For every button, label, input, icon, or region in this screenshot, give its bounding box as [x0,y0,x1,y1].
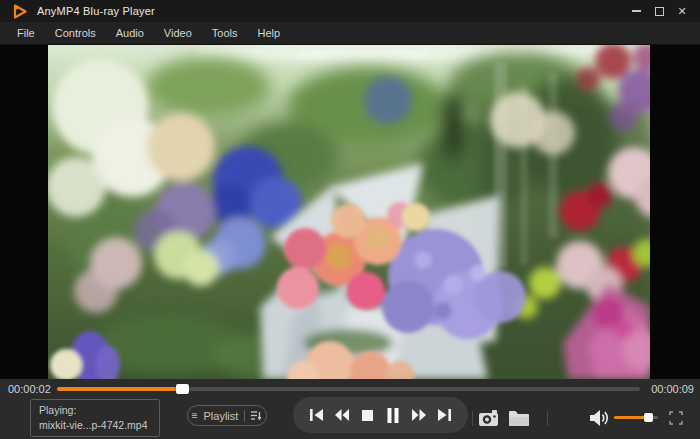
menu-tools[interactable]: Tools [209,25,241,41]
playlist-button[interactable]: ≡ Playlist [187,405,267,426]
menu-help[interactable]: Help [254,25,283,41]
remaining-time: 00:00:09 [651,383,694,395]
menu-file[interactable]: File [14,25,38,41]
divider [547,411,548,426]
volume-handle[interactable] [644,413,653,422]
video-frame[interactable] [48,45,650,379]
mute-button[interactable] [589,407,613,429]
fullscreen-icon [668,410,684,426]
app-logo-icon [12,4,28,19]
divider [472,411,473,426]
playlist-label: Playlist [204,410,239,422]
close-button[interactable]: ✕ [674,3,690,19]
elapsed-time: 00:00:02 [8,383,51,395]
camera-icon [479,410,500,426]
pause-button[interactable] [383,407,403,423]
menu-audio[interactable]: Audio [113,25,147,41]
app-title: AnyMP4 Blu-ray Player [37,5,155,17]
progress-row: 00:00:02 00:00:09 [0,379,700,399]
video-region [0,45,700,379]
speaker-icon [590,410,612,426]
menu-controls[interactable]: Controls [52,25,99,41]
volume-fill [614,416,648,419]
maximize-button[interactable] [651,3,667,19]
volume-slider[interactable] [614,416,658,419]
minimize-button[interactable] [628,3,644,19]
seek-handle[interactable] [176,384,189,394]
menu-video[interactable]: Video [161,25,195,41]
seek-bar[interactable] [57,387,640,391]
control-bar: Playing: mixkit-vie...p-4742.mp4 ≡ Playl… [0,399,700,439]
previous-button[interactable] [307,407,327,423]
open-file-button[interactable] [507,407,531,429]
snapshot-button[interactable] [477,407,501,429]
fast-forward-button[interactable] [409,407,429,423]
now-playing-label: Playing: [39,403,151,418]
now-playing-filename: mixkit-vie...p-4742.mp4 [39,418,151,433]
title-bar: AnyMP4 Blu-ray Player ✕ [0,0,700,22]
stop-button[interactable] [358,407,378,423]
playlist-menu-icon: ≡ [192,411,198,421]
flower-scene [48,45,650,379]
menu-bar: File Controls Audio Video Tools Help [0,22,700,45]
fullscreen-button[interactable] [664,407,688,429]
now-playing-box: Playing: mixkit-vie...p-4742.mp4 [30,399,160,437]
transport-controls [293,397,468,433]
seek-fill [57,387,182,391]
next-button[interactable] [434,407,454,423]
player-window: AnyMP4 Blu-ray Player ✕ File Controls Au… [0,0,700,439]
playlist-order-icon[interactable] [251,410,262,421]
folder-icon [509,410,530,426]
rewind-button[interactable] [332,407,352,423]
